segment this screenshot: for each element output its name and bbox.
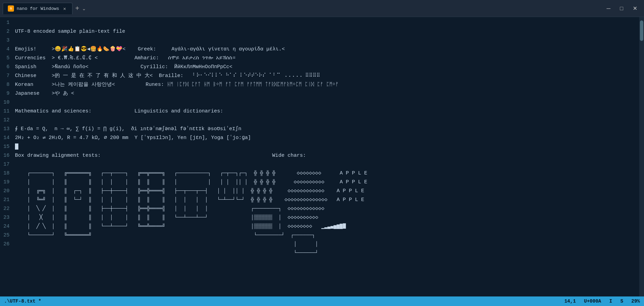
status-insert-mode: I bbox=[609, 299, 612, 304]
status-unicode: U+000A bbox=[584, 299, 601, 304]
line-num: 18 bbox=[3, 169, 10, 178]
tab-icon-label: n bbox=[10, 7, 12, 11]
scrollbar[interactable] bbox=[639, 17, 644, 296]
line-3: Emojis! >😀🎉👍📋😎◀🍔🔥🌭🍿💝< Greek: Αγάλι-αγάλι… bbox=[15, 46, 285, 52]
line-1: UTF-8 encoded sample plain-text file bbox=[15, 29, 125, 34]
line-22: │ ╳ │ ║ ║ │ │ │ ║ ║ ║ └──┴───┴──┘ │▒▒▒▒▒… bbox=[15, 215, 318, 220]
line-8: Japanese >や あ < bbox=[15, 91, 74, 96]
line-num: 8 bbox=[3, 80, 10, 89]
maximize-button[interactable]: □ bbox=[616, 4, 627, 13]
cursor bbox=[15, 143, 18, 150]
status-zoom: 29% bbox=[631, 299, 640, 304]
status-filename: .\UTF-8.txt * bbox=[4, 299, 564, 304]
line-10: Mathematics and sciences: Linguistics an… bbox=[15, 108, 223, 114]
line-num: 20 bbox=[3, 187, 10, 196]
line-num: 9 bbox=[3, 89, 10, 98]
tab-area: n nano for Windows ✕ + ⌄ bbox=[3, 3, 602, 14]
line-5: Spanish >Ñandú ñoño< Cyrillic: ЙйКкЛлМмН… bbox=[15, 64, 232, 70]
close-button[interactable]: ✕ bbox=[629, 4, 641, 13]
line-19: │ ╔═╗ │ ║ ┌─┐ ║ ├──┼────┤ ╠══╬════╣ ├──┬… bbox=[15, 188, 364, 194]
line-num: 5 bbox=[3, 54, 10, 63]
line-num: 19 bbox=[3, 178, 10, 187]
line-num: 2 bbox=[3, 27, 10, 36]
line-16 bbox=[15, 162, 18, 167]
line-18: │ │ ║ ║ │ │ │ ║ ║ ║ │ │ │ │ ││ │ ╬ ╬ ╬ ╬… bbox=[15, 179, 367, 185]
line-num: 16 bbox=[3, 151, 10, 160]
line-num: 1 bbox=[3, 18, 10, 27]
status-modified: S bbox=[620, 299, 623, 304]
line-21: │ ╲ ╱ │ ║ ║ ├──┼────┤ ╠══╬════╣ │ │ │ │ … bbox=[15, 206, 325, 212]
line-14 bbox=[15, 144, 18, 150]
new-tab-button[interactable]: + bbox=[72, 4, 82, 12]
tab-title-text: nano for Windows bbox=[17, 6, 59, 11]
editor-content[interactable]: UTF-8 encoded sample plain-text file Emo… bbox=[12, 17, 639, 296]
line-11 bbox=[15, 117, 18, 123]
tab-app-icon: n bbox=[8, 5, 14, 12]
line-25: │ │ bbox=[15, 241, 318, 247]
editor: 1 2 3 4 5 6 7 8 9 10 11 12 13 14 15 16 1… bbox=[0, 17, 644, 296]
statusbar: .\UTF-8.txt * 14,1 U+000A I S 29% bbox=[0, 296, 644, 306]
line-num: 6 bbox=[3, 63, 10, 72]
line-12: ∮ E·da = Q, n → ∞, ∑ f(i) = ∏ g(i), ði ı… bbox=[15, 126, 242, 132]
line-num: 4 bbox=[3, 45, 10, 54]
line-num: 15 bbox=[3, 142, 10, 151]
titlebar: n nano for Windows ✕ + ⌄ ─ □ ✕ bbox=[0, 0, 644, 17]
line-17: ┌───────┐ ╔═══════╗ ┌──┬────┐ ╔══╦════╗ … bbox=[15, 170, 367, 176]
line-num: 21 bbox=[3, 196, 10, 204]
line-num: 22 bbox=[3, 204, 10, 213]
line-num: 17 bbox=[3, 160, 10, 169]
line-9 bbox=[15, 100, 18, 105]
minimize-button[interactable]: ─ bbox=[602, 4, 614, 13]
line-num: 24 bbox=[3, 222, 10, 231]
scrollbar-thumb[interactable] bbox=[640, 20, 643, 41]
line-num: 7 bbox=[3, 72, 10, 80]
tab-close-button[interactable]: ✕ bbox=[62, 5, 67, 12]
line-num: 14 bbox=[3, 134, 10, 142]
line-num: 13 bbox=[3, 125, 10, 134]
line-15: Box drawing alignment tests: Wide chars: bbox=[15, 153, 306, 158]
status-position: 14,1 bbox=[564, 299, 576, 304]
active-tab[interactable]: n nano for Windows ✕ bbox=[3, 3, 72, 14]
line-13: 2H₂ + O₂ ⇌ 2H₂O, R = 4.7 kΩ, ∅ 200 mm Y … bbox=[15, 135, 251, 141]
line-7: Korean >나는 케이팝을 사랑안녕< Runes: ᚺᛗ ᛁᛈᚠᛞ ᛈᚠᛏ… bbox=[15, 82, 338, 88]
line-4: Currencies > €.₩.₨.£.₢.₵ < Amharic: ሰሞይ … bbox=[15, 55, 235, 61]
line-26: └──────┘ bbox=[15, 250, 318, 256]
line-20: │ ╚═╝ │ ║ └─┘ ║ │ │ │ ║ ║ ║ │ │ │ │ └─┴─… bbox=[15, 197, 364, 203]
line-6: Chinese >的 一 是 在 不 了 有 和 人 这 中 大< Braill… bbox=[15, 73, 320, 79]
line-num: 26 bbox=[3, 240, 10, 249]
window-controls: ─ □ ✕ bbox=[602, 4, 641, 13]
line-24: └───────┘ ╚═══════╝ └────────┘ ┌──────┐ bbox=[15, 232, 315, 238]
line-23: │ ╱ ╲ │ ║ ║ └──┴────┘ ╚══╩════╝ │▒▒▒▒▒▒ … bbox=[15, 224, 346, 229]
line-num: 23 bbox=[3, 213, 10, 222]
line-num: 10 bbox=[3, 98, 10, 107]
line-numbers: 1 2 3 4 5 6 7 8 9 10 11 12 13 14 15 16 1… bbox=[0, 17, 12, 296]
tab-list-button[interactable]: ⌄ bbox=[82, 6, 86, 11]
line-num: 12 bbox=[3, 116, 10, 125]
line-num: 3 bbox=[3, 36, 10, 45]
line-num: 25 bbox=[3, 231, 10, 240]
line-num: 11 bbox=[3, 107, 10, 116]
